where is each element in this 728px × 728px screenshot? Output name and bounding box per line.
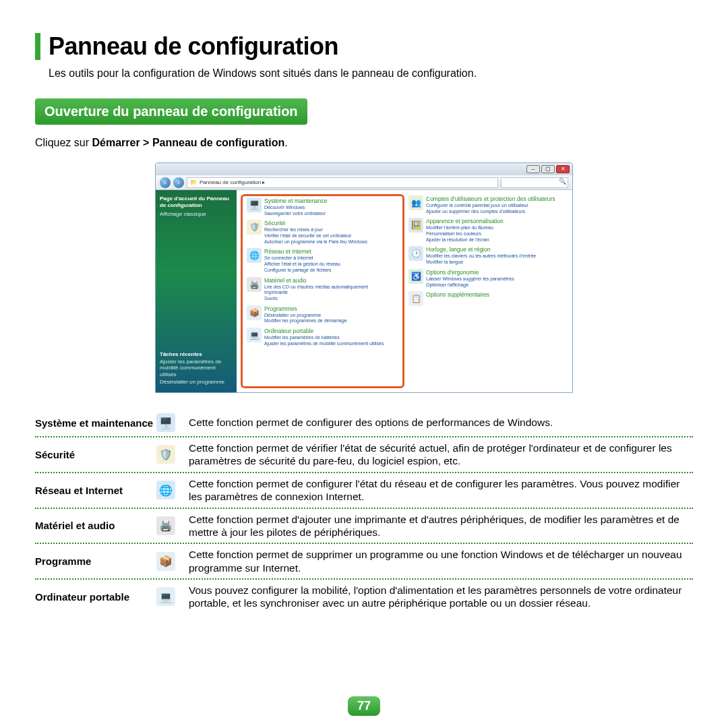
category-sublink[interactable]: Découvrir Windows bbox=[264, 205, 398, 210]
table-row: Programme📦Cette fonction permet de suppr… bbox=[35, 544, 693, 580]
breadcrumb-text: Panneau de configuration ▸ bbox=[200, 178, 265, 187]
category-sublink[interactable]: Modifier la langue bbox=[426, 260, 564, 265]
category-icon: 🖥️ bbox=[247, 198, 262, 212]
category-title[interactable]: Réseau et Internet bbox=[264, 248, 398, 255]
page-title-row: Panneau de configuration bbox=[35, 32, 693, 61]
category-title[interactable]: Options supplémentaires bbox=[426, 291, 564, 298]
cp-category-item[interactable]: 📋Options supplémentaires bbox=[408, 291, 564, 306]
category-icon: 📋 bbox=[408, 291, 423, 306]
back-button[interactable]: ‹ bbox=[160, 177, 171, 188]
category-icon: 🌐 bbox=[247, 248, 262, 263]
category-sublink[interactable]: Vérifier l'état de sécurité de cet ordin… bbox=[264, 233, 398, 239]
category-sublink[interactable]: Optimiser l'affichage bbox=[426, 282, 564, 288]
cp-category-item[interactable]: 👥Comptes d'utilisateurs et protection de… bbox=[408, 195, 564, 214]
category-icon: 👥 bbox=[408, 195, 423, 210]
table-row: Système et maintenance🖥️Cette fonction p… bbox=[35, 409, 693, 437]
cp-category-item[interactable]: 📦ProgrammesDésinstaller un programmeModi… bbox=[247, 305, 398, 324]
table-row: Réseau et Internet🌐Cette fonction permet… bbox=[35, 473, 693, 509]
cp-category-item[interactable]: 🌐Réseau et InternetSe connecter à Intern… bbox=[247, 248, 398, 272]
category-sublink[interactable]: Ajuster les paramètres de mobilité commu… bbox=[264, 341, 398, 346]
category-icon: 💻 bbox=[247, 328, 262, 342]
category-sublink[interactable]: Lire des CD ou d'autres médias automatiq… bbox=[264, 284, 398, 290]
category-sublink[interactable]: Sauvegarder votre ordinateur bbox=[264, 211, 398, 216]
instruction-prefix: Cliquez sur bbox=[35, 137, 92, 148]
table-row-label: Sécurité bbox=[35, 449, 156, 460]
category-sublink[interactable]: Autoriser un programme via le Pare-feu W… bbox=[264, 239, 398, 245]
category-icon: 📦 bbox=[247, 305, 262, 320]
cp-category-item[interactable]: 🛡️SécuritéRechercher les mises à jourVér… bbox=[247, 220, 398, 244]
cp-category-item[interactable]: 🕒Horloge, langue et régionModifier les c… bbox=[408, 246, 564, 264]
instruction-bold: Démarrer > Panneau de configuration bbox=[92, 137, 284, 148]
breadcrumb[interactable]: 📁 Panneau de configuration ▸ bbox=[187, 177, 498, 188]
minimize-button[interactable]: – bbox=[526, 165, 540, 173]
table-row-label: Système et maintenance bbox=[35, 417, 156, 429]
search-input[interactable] bbox=[501, 177, 568, 188]
table-row: Ordinateur portable💻Vous pouvez configur… bbox=[35, 580, 693, 614]
category-sublink[interactable]: Rechercher les mises à jour bbox=[264, 227, 398, 233]
category-sublink[interactable]: Désinstaller un programme bbox=[264, 313, 398, 318]
category-sublink[interactable]: Configurer le contrôle parental pour un … bbox=[426, 203, 564, 208]
category-icon: 🕒 bbox=[408, 246, 423, 261]
category-sublink[interactable]: Laisser Windows suggérer les paramètres bbox=[426, 276, 564, 282]
instruction-text: Cliquez sur Démarrer > Panneau de config… bbox=[35, 137, 693, 149]
sidebar-tasks-head: Tâches récentes bbox=[160, 351, 233, 357]
sidebar-tasks: Ajuster les paramètres de mobilité commu… bbox=[160, 359, 233, 387]
category-title[interactable]: Ordinateur portable bbox=[264, 328, 398, 334]
cp-left-column: 🖥️Système et maintenanceDécouvrir Window… bbox=[241, 194, 404, 388]
cp-category-item[interactable]: ♿Options d'ergonomieLaisser Windows sugg… bbox=[408, 269, 564, 287]
category-title[interactable]: Horloge, langue et région bbox=[426, 246, 564, 253]
window-titlebar: – ▢ ✕ bbox=[156, 163, 572, 175]
category-sublink[interactable]: Modifier les paramètres de batteries bbox=[264, 335, 398, 340]
category-sublink[interactable]: Ajuster la résolution de l'écran bbox=[426, 237, 564, 243]
category-sublink[interactable]: Souris bbox=[264, 296, 398, 301]
category-title[interactable]: Apparence et personnalisation bbox=[426, 218, 564, 224]
cp-main: 🖥️Système et maintenanceDécouvrir Window… bbox=[237, 190, 572, 392]
table-row-desc: Cette fonction permet d'ajouter une impr… bbox=[189, 513, 693, 539]
category-title[interactable]: Système et maintenance bbox=[264, 198, 398, 204]
forward-button[interactable]: › bbox=[173, 177, 184, 188]
accent-bar bbox=[35, 33, 40, 60]
table-row-icon: 🖨️ bbox=[156, 516, 175, 535]
intro-text: Les outils pour la configuration de Wind… bbox=[49, 67, 693, 80]
category-sublink[interactable]: Se connecter à Internet bbox=[264, 255, 398, 261]
category-title[interactable]: Programmes bbox=[264, 305, 398, 312]
window-toolbar: ‹ › 📁 Panneau de configuration ▸ bbox=[156, 175, 572, 190]
table-row-icon: 🛡️ bbox=[156, 445, 175, 464]
category-sublink[interactable]: Imprimante bbox=[264, 290, 398, 295]
sidebar-task-link[interactable]: Désinstaller un programme bbox=[160, 379, 233, 386]
category-sublink[interactable]: Configurer le partage de fichiers bbox=[264, 268, 398, 273]
table-row-desc: Cette fonction permet de vérifier l'état… bbox=[189, 442, 693, 468]
cp-category-item[interactable]: 🖨️Matériel et audioLire des CD ou d'autr… bbox=[247, 277, 398, 301]
category-sublink[interactable]: Personnaliser les couleurs bbox=[426, 231, 564, 237]
cp-category-item[interactable]: 🖼️Apparence et personnalisationModifier … bbox=[408, 218, 564, 242]
table-row-icon: 💻 bbox=[156, 587, 175, 606]
category-icon: 🛡️ bbox=[247, 220, 262, 235]
category-icon: 🖼️ bbox=[408, 218, 423, 233]
table-row-desc: Cette fonction permet de supprimer un pr… bbox=[189, 548, 693, 574]
page-number-badge: 77 bbox=[348, 696, 380, 716]
category-table: Système et maintenance🖥️Cette fonction p… bbox=[35, 409, 693, 614]
page-title: Panneau de configuration bbox=[49, 32, 338, 61]
table-row-icon: 📦 bbox=[156, 552, 175, 571]
category-title[interactable]: Matériel et audio bbox=[264, 277, 398, 284]
cp-sidebar: Page d'accueil du Panneau de configurati… bbox=[156, 190, 237, 392]
sidebar-home-link[interactable]: Page d'accueil du Panneau de configurati… bbox=[160, 195, 233, 208]
sidebar-task-link[interactable]: Ajuster les paramètres de mobilité commu… bbox=[160, 359, 233, 378]
cp-category-item[interactable]: 🖥️Système et maintenanceDécouvrir Window… bbox=[247, 198, 398, 216]
close-button[interactable]: ✕ bbox=[556, 165, 570, 173]
category-title[interactable]: Sécurité bbox=[264, 220, 398, 226]
category-sublink[interactable]: Afficher l'état et la gestion du réseau bbox=[264, 262, 398, 267]
category-title[interactable]: Comptes d'utilisateurs et protection des… bbox=[426, 195, 564, 202]
cp-category-item[interactable]: 💻Ordinateur portableModifier les paramèt… bbox=[247, 328, 398, 346]
category-icon: 🖨️ bbox=[247, 277, 262, 292]
category-sublink[interactable]: Ajouter ou supprimer des comptes d'utili… bbox=[426, 209, 564, 214]
sidebar-classic-link[interactable]: Affichage classique bbox=[160, 211, 233, 217]
category-title[interactable]: Options d'ergonomie bbox=[426, 269, 564, 276]
control-panel-window: – ▢ ✕ ‹ › 📁 Panneau de configuration ▸ P… bbox=[155, 162, 573, 393]
category-sublink[interactable]: Modifier les programmes de démarrage bbox=[264, 318, 398, 324]
maximize-button[interactable]: ▢ bbox=[541, 165, 555, 173]
category-sublink[interactable]: Modifier les claviers ou les autres méth… bbox=[426, 253, 564, 259]
category-sublink[interactable]: Modifier l'arrière-plan du Bureau bbox=[426, 225, 564, 231]
table-row-label: Matériel et audio bbox=[35, 520, 156, 531]
table-row-label: Réseau et Internet bbox=[35, 485, 156, 496]
